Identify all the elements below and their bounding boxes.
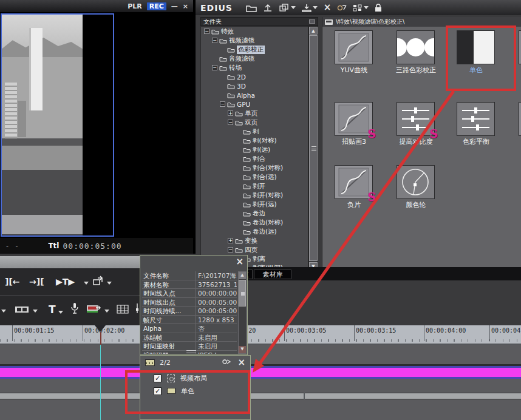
close-button[interactable]: × xyxy=(183,2,188,10)
tree-item[interactable]: 色彩校正 xyxy=(201,45,308,54)
tree-item[interactable]: 剥开(对称) xyxy=(201,191,308,200)
tree-item[interactable]: 卷边 xyxy=(201,209,308,218)
effect-thumbnail-mono-icon[interactable] xyxy=(457,30,495,64)
tree-item[interactable]: −转场 xyxy=(201,63,308,72)
collapse-icon[interactable]: − xyxy=(212,65,217,70)
duplicate-icon[interactable] xyxy=(279,4,296,12)
tree-item[interactable]: 剥合 xyxy=(201,154,308,163)
tree-item[interactable]: 剥(远) xyxy=(201,145,308,154)
tree-item[interactable]: 剥开 xyxy=(201,181,308,191)
effect-item[interactable]: 三路色彩校正 xyxy=(397,30,435,64)
import-caret-icon[interactable] xyxy=(313,6,318,9)
tree-scrollbar[interactable]: ▲ ▼ xyxy=(308,26,318,271)
lock-icon[interactable] xyxy=(375,4,382,12)
title-tool-icon[interactable]: T xyxy=(49,303,56,316)
collapse-icon[interactable]: − xyxy=(228,120,233,125)
grid-icon[interactable] xyxy=(117,305,129,314)
effect-thumbnail-curve-icon[interactable] xyxy=(335,30,373,64)
set-in-point-icon[interactable]: ][← xyxy=(5,277,20,286)
scroll-up-icon[interactable]: ▲ xyxy=(239,272,246,279)
color-swap-icon[interactable] xyxy=(337,4,347,12)
clipped-caret-icon[interactable] xyxy=(1,310,6,313)
plr-button[interactable]: PLR xyxy=(128,2,142,10)
export-caret-icon[interactable] xyxy=(104,310,109,313)
effect-thumbnail-circles-icon[interactable] xyxy=(397,30,435,64)
title-caret-icon[interactable] xyxy=(58,311,63,314)
tab-library[interactable]: 素材库 xyxy=(254,269,291,279)
tree-item[interactable]: Alpha xyxy=(201,90,308,100)
effect-item[interactable]: S招贴画3 xyxy=(335,102,373,136)
effect-thumbnail-wheel-icon[interactable] xyxy=(397,165,435,199)
applied-effect-row[interactable]: ✓视频布局 xyxy=(140,372,250,384)
properties-scrollbar[interactable]: ▲ ▼ xyxy=(238,271,247,354)
view-mode-icon[interactable] xyxy=(353,4,369,12)
filmstrip-caret-icon[interactable] xyxy=(33,310,38,313)
tree-item[interactable]: 3D xyxy=(201,81,308,90)
import-icon[interactable] xyxy=(302,4,318,12)
microphone-icon[interactable] xyxy=(70,302,79,314)
popup-close-icon[interactable]: × xyxy=(236,257,243,266)
expand-icon[interactable]: + xyxy=(228,238,233,243)
tree-item[interactable]: +单页 xyxy=(201,109,308,118)
scrollbar-thumb[interactable] xyxy=(239,280,246,307)
effect-item[interactable]: YUV曲线 xyxy=(335,30,373,64)
view-mode-caret-icon[interactable] xyxy=(364,6,369,9)
collapse-icon[interactable]: − xyxy=(220,101,225,107)
tree-item[interactable]: −GPU xyxy=(201,100,308,109)
play-around-icon[interactable]: ▶T▶ xyxy=(56,277,75,286)
timeline-tracks[interactable] xyxy=(0,345,521,420)
scrollbar-thumb[interactable] xyxy=(309,35,318,261)
tree-item[interactable]: −四页 xyxy=(201,245,308,254)
effect-item[interactable]: 颜色轮 xyxy=(397,165,435,199)
tree-item[interactable]: 音频滤镜 xyxy=(201,54,308,63)
transfer-icon[interactable] xyxy=(222,358,231,367)
play-around-caret-icon[interactable] xyxy=(84,282,89,285)
collapse-icon[interactable]: − xyxy=(212,38,217,43)
applied-effect-row[interactable]: ✓单色 xyxy=(140,385,250,397)
effect-item[interactable]: 单色 xyxy=(457,30,495,64)
set-out-point-icon[interactable]: →][ xyxy=(29,277,44,286)
tree-item[interactable]: 剥(对称) xyxy=(201,136,308,145)
expand-icon[interactable]: + xyxy=(228,110,233,116)
tree-item[interactable]: 剥合(对称) xyxy=(201,163,308,172)
effect-item[interactable]: S负片 xyxy=(335,165,373,199)
effect-thumbnail-sliders-icon[interactable]: S xyxy=(397,102,435,136)
clip-mode-icon[interactable] xyxy=(92,276,104,286)
collapse-icon[interactable]: − xyxy=(204,29,209,34)
scroll-up-icon[interactable]: ▲ xyxy=(309,27,318,35)
effect-item[interactable]: S提高对比度 xyxy=(397,102,435,136)
tree-item[interactable]: 2D xyxy=(201,72,308,81)
tree-item[interactable]: 剥合(远) xyxy=(201,172,308,181)
scroll-down-icon[interactable]: ▼ xyxy=(239,346,246,353)
tree-item[interactable]: −双页 xyxy=(201,118,308,127)
playhead-icon[interactable] xyxy=(95,325,106,332)
duplicate-caret-icon[interactable] xyxy=(291,6,296,9)
tree-item[interactable]: 卷边(远) xyxy=(201,227,308,236)
popup-close-icon[interactable]: × xyxy=(237,358,245,367)
export-icon[interactable] xyxy=(86,304,101,314)
tree-item[interactable]: 卷边(对称) xyxy=(201,218,308,227)
minimize-button[interactable]: — xyxy=(171,2,178,10)
effect-enabled-checkbox[interactable]: ✓ xyxy=(154,374,162,382)
delete-icon[interactable]: × xyxy=(324,3,332,12)
resize-grip[interactable] xyxy=(186,350,196,353)
effect-thumbnail-curve-icon[interactable]: S xyxy=(335,102,373,136)
clip-mode-caret-icon[interactable] xyxy=(107,282,112,285)
tree-item[interactable]: −视频滤镜 xyxy=(201,36,308,45)
effect-thumbnail-sliders-icon[interactable] xyxy=(457,102,495,136)
tree-item[interactable]: 剥 xyxy=(201,127,308,136)
tree-item[interactable]: 剥开(远) xyxy=(201,200,308,209)
rec-button[interactable]: REC xyxy=(147,2,166,10)
filmstrip-icon[interactable] xyxy=(15,305,29,314)
new-folder-icon[interactable] xyxy=(246,4,257,12)
effect-item[interactable]: 色彩平衡 xyxy=(457,102,495,136)
effect-enabled-checkbox[interactable]: ✓ xyxy=(154,387,162,395)
move-up-icon[interactable] xyxy=(263,4,273,12)
collapse-icon[interactable]: − xyxy=(228,247,233,252)
timeline-ruler[interactable]: 00:00:01:1500:00:02:0000:00:02:1000:00:0… xyxy=(0,325,521,345)
effect-thumbnail-curve-icon[interactable]: S xyxy=(335,165,373,199)
audio-track-bar[interactable] xyxy=(0,393,521,399)
tree-item[interactable]: −特效 xyxy=(201,27,308,36)
selected-clip-bar[interactable] xyxy=(0,368,521,377)
tree-item[interactable]: +变换 xyxy=(201,236,308,245)
